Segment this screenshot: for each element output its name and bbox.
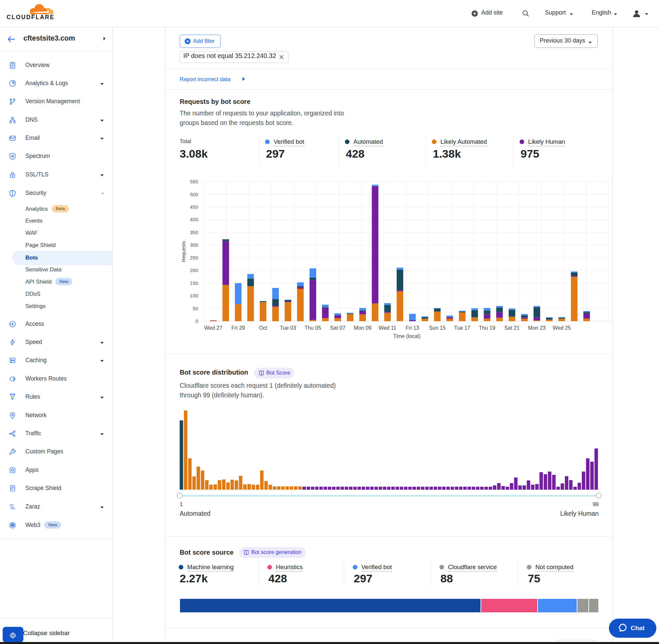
svg-text:Requests: Requests <box>181 241 186 262</box>
svg-text:Mon 23: Mon 23 <box>528 325 546 331</box>
svg-text:150: 150 <box>190 280 198 286</box>
svg-text:Wed 25: Wed 25 <box>553 325 571 331</box>
svg-text:100: 100 <box>190 293 198 298</box>
svg-text:Fri 13: Fri 13 <box>406 325 419 331</box>
svg-text:Tue 03: Tue 03 <box>280 325 296 331</box>
svg-text:250: 250 <box>190 255 198 260</box>
svg-text:Wed 27: Wed 27 <box>204 325 222 331</box>
svg-text:0: 0 <box>195 318 198 324</box>
svg-text:Sat 21: Sat 21 <box>504 325 520 331</box>
svg-text:Sat 07: Sat 07 <box>330 325 345 331</box>
svg-text:200: 200 <box>190 268 198 273</box>
svg-text:500: 500 <box>190 191 198 197</box>
svg-text:50: 50 <box>192 306 198 311</box>
svg-text:450: 450 <box>190 204 198 210</box>
svg-text:350: 350 <box>190 230 198 235</box>
svg-text:CLOUDFLARE: CLOUDFLARE <box>6 14 55 20</box>
svg-text:Mon 09: Mon 09 <box>354 325 371 331</box>
svg-text:Oct: Oct <box>259 325 267 331</box>
svg-text:Thu 19: Thu 19 <box>479 325 495 331</box>
svg-text:Time (local): Time (local) <box>393 334 421 339</box>
svg-text:Thu 05: Thu 05 <box>305 325 321 331</box>
svg-text:550: 550 <box>190 179 198 184</box>
svg-text:300: 300 <box>190 242 198 248</box>
svg-text:Sun 15: Sun 15 <box>429 325 446 331</box>
svg-text:Tue 17: Tue 17 <box>454 325 470 331</box>
svg-text:Fri 29: Fri 29 <box>231 325 245 331</box>
svg-text:400: 400 <box>190 217 198 222</box>
svg-text:Wed 11: Wed 11 <box>379 325 397 331</box>
